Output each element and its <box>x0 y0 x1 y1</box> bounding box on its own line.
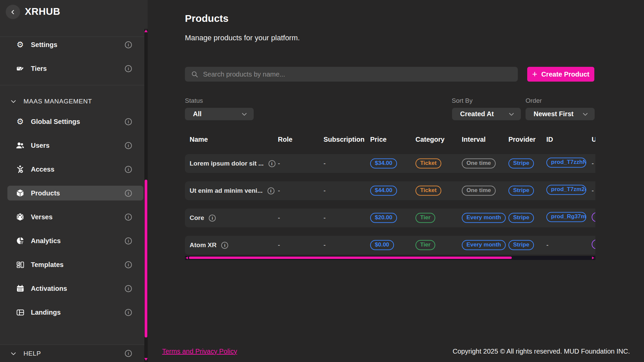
search-input[interactable] <box>203 71 505 78</box>
create-product-button[interactable]: + Create Product <box>527 67 594 82</box>
gear-icon: ⚙ <box>16 117 24 126</box>
subscription-value: - <box>324 160 326 167</box>
sidebar-item-analytics[interactable]: Analytics i <box>7 233 143 248</box>
sort-by-label: Sort By <box>452 97 473 104</box>
u-value: - <box>592 160 594 167</box>
sidebar-item-landings[interactable]: Landings i <box>7 305 143 320</box>
col-role: Role <box>278 136 292 143</box>
role-value: - <box>278 241 280 249</box>
col-name: Name <box>190 136 208 143</box>
status-filter-label: Status <box>185 97 203 104</box>
main-content: Products Manage products for your platfo… <box>148 0 644 362</box>
chevron-down-icon <box>508 111 515 118</box>
info-icon[interactable]: i <box>125 261 132 268</box>
scroll-down-arrow[interactable] <box>144 358 148 361</box>
clipped-badge <box>592 239 595 249</box>
chevron-down-icon <box>10 98 17 105</box>
sidebar-item-templates[interactable]: Templates i <box>7 257 143 272</box>
info-icon[interactable]: i <box>125 285 132 292</box>
cube-scene-icon <box>16 213 24 221</box>
terms-privacy-link[interactable]: Terms and Privacy Policy <box>162 348 237 355</box>
sort-by-value: Created At <box>460 110 508 118</box>
info-icon[interactable]: i <box>267 187 275 194</box>
sidebar-item-tiers[interactable]: Tiers i <box>7 61 143 76</box>
info-icon[interactable]: i <box>221 242 228 249</box>
sort-by-select[interactable]: Created At <box>452 108 521 120</box>
section-help[interactable]: HELP i <box>0 345 148 362</box>
info-icon[interactable]: i <box>268 160 276 167</box>
col-interval: Interval <box>462 136 486 143</box>
clipped-badge <box>592 212 595 222</box>
sidebar-item-access[interactable]: Access i <box>7 162 143 177</box>
info-icon[interactable]: i <box>125 350 132 357</box>
provider-badge: Stripe <box>508 213 534 223</box>
role-value: - <box>278 214 280 222</box>
search-icon <box>191 71 198 78</box>
sidebar-item-label: Templates <box>31 261 63 269</box>
page-title: Products <box>185 13 229 24</box>
products-table: Name Role Subscription Price Category In… <box>185 136 595 263</box>
section-maas-management[interactable]: MAAS MANAGEMENT <box>0 94 148 109</box>
section-label: HELP <box>23 350 41 357</box>
sidebar-item-global-settings[interactable]: ⚙ Global Settings i <box>7 114 143 129</box>
role-value: - <box>278 187 280 194</box>
price-badge: $34.00 <box>370 159 397 169</box>
sidebar-item-verses[interactable]: Verses i <box>7 210 143 224</box>
info-icon[interactable]: i <box>125 214 132 221</box>
search-box[interactable] <box>185 67 518 82</box>
info-icon[interactable]: i <box>125 41 132 48</box>
users-icon <box>16 141 24 150</box>
calendar-icon <box>16 284 24 293</box>
product-name: Atom XR <box>190 241 216 249</box>
info-icon[interactable]: i <box>125 309 132 316</box>
info-icon[interactable]: i <box>125 166 132 173</box>
category-badge: Ticket <box>415 186 441 196</box>
product-name: Lorem ipsum dolor sit ... <box>190 160 264 167</box>
sidebar-item-label: Global Settings <box>31 118 80 126</box>
scroll-up-arrow[interactable] <box>144 30 148 32</box>
product-id-badge: prod_T7zzhNf3c <box>546 157 586 168</box>
product-name: Core <box>190 214 204 222</box>
info-icon[interactable]: i <box>125 190 132 197</box>
sidebar-item-users[interactable]: Users i <box>7 138 143 153</box>
scroll-right-arrow[interactable] <box>592 257 594 259</box>
sidebar-item-settings[interactable]: ⚙ Settings i <box>7 37 143 52</box>
horizontal-scrollbar-thumb[interactable] <box>189 257 512 259</box>
info-icon[interactable]: i <box>125 237 132 244</box>
table-horizontal-scrollbar[interactable] <box>185 256 595 260</box>
sidebar-item-activations[interactable]: Activations i <box>7 281 143 296</box>
info-icon[interactable]: i <box>209 215 216 222</box>
col-subscription: Subscription <box>324 136 364 143</box>
info-icon[interactable]: i <box>125 118 132 125</box>
interval-badge: One time <box>462 159 496 169</box>
chevron-left-icon <box>10 9 16 15</box>
pie-chart-icon <box>16 236 24 245</box>
info-icon[interactable]: i <box>125 142 132 149</box>
gear-icon: ⚙ <box>16 40 24 49</box>
collapse-sidebar-button[interactable] <box>6 5 20 19</box>
sidebar-header: XRHUB <box>0 0 148 37</box>
price-badge: $44.00 <box>370 186 397 196</box>
interval-badge: One time <box>462 186 496 196</box>
category-badge: Ticket <box>415 159 441 169</box>
category-badge: Tier <box>415 213 435 223</box>
order-select[interactable]: Newest First <box>526 108 595 120</box>
scroll-left-arrow[interactable] <box>186 257 188 259</box>
provider-badge: Stripe <box>508 240 534 250</box>
table-row[interactable]: Core i - - $20.00 Tier Every month Strip… <box>185 209 595 227</box>
layout-templates-icon <box>16 260 24 269</box>
chevron-down-icon <box>582 111 589 118</box>
sidebar-item-products[interactable]: Products i <box>7 186 143 200</box>
sidebar-scrollbar-thumb[interactable] <box>145 180 147 337</box>
table-row[interactable]: Atom XR i - - $0.00 Tier Every month Str… <box>185 236 595 255</box>
sidebar-item-label: Users <box>31 142 50 149</box>
sidebar-item-label: Tiers <box>31 65 47 73</box>
subscription-value: - <box>324 187 326 194</box>
price-badge: $0.00 <box>370 240 394 250</box>
table-row[interactable]: Lorem ipsum dolor sit ... i - - $34.00 T… <box>185 154 595 173</box>
table-header: Name Role Subscription Price Category In… <box>185 136 595 146</box>
table-row[interactable]: Ut enim ad minim veni... i - - $44.00 Ti… <box>185 181 595 200</box>
status-select[interactable]: All <box>185 108 254 120</box>
role-value: - <box>278 160 280 167</box>
info-icon[interactable]: i <box>125 65 132 72</box>
